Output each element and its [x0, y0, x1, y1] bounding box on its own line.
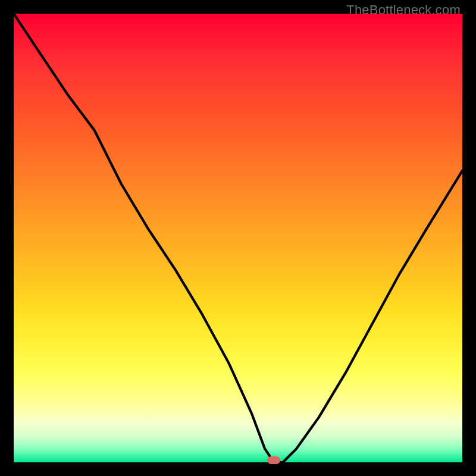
optimum-marker — [267, 456, 280, 464]
line-plot-svg — [14, 14, 462, 462]
chart-frame: TheBottleneck.com — [0, 0, 476, 476]
bottleneck-curve-path — [14, 14, 462, 462]
plot-area — [14, 14, 462, 462]
